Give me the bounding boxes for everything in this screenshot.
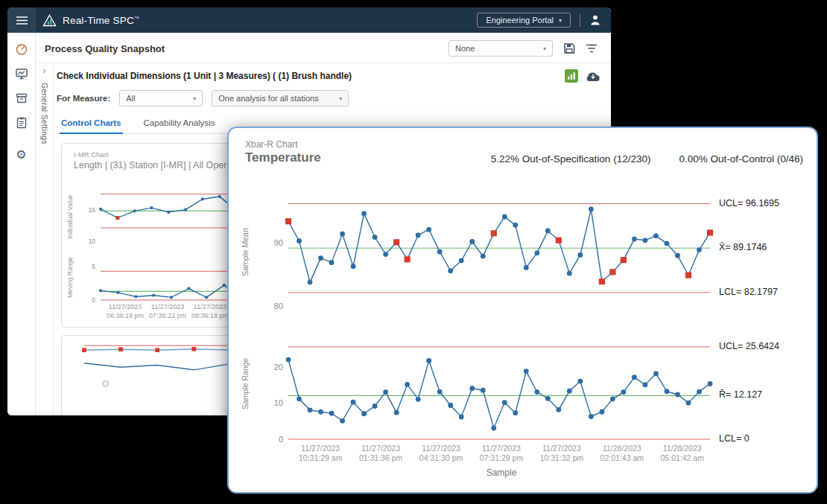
sidebar-item-reports[interactable]: [14, 115, 29, 130]
monitor-chart-icon: [15, 67, 28, 80]
sample-range-plot[interactable]: 01020: [260, 328, 714, 439]
svg-text:15: 15: [89, 206, 96, 214]
portal-dropdown[interactable]: Engineering Portal ▾: [477, 13, 571, 28]
measure-dropdown[interactable]: All ▾: [119, 90, 203, 106]
download-button[interactable]: [586, 71, 601, 82]
for-measure-label: For Measure:: [57, 94, 110, 103]
ucl-label-mean: UCL= 96.1695: [719, 198, 817, 208]
svg-text:10: 10: [89, 237, 96, 245]
x-tick: 11/27/202301:31:36 pm: [359, 444, 402, 463]
imr-chart-type-label: I-MR Chart: [74, 150, 108, 159]
report-dropdown[interactable]: None ▾: [449, 40, 553, 57]
x-tick: 11/27/202304:31:30 pm: [419, 444, 463, 463]
lcl-label-range: LCL= 0: [719, 433, 817, 444]
modal-chart-type-label: Xbar-R Chart: [245, 139, 298, 150]
sidebar-rail: ⚙: [7, 33, 36, 415]
svg-text:5: 5: [92, 263, 95, 270]
archive-box-icon: [15, 92, 28, 105]
top-bar: Real-Time SPC™ Engineering Portal ▾: [7, 7, 611, 33]
x-axis-title: Sample: [288, 468, 714, 478]
out-of-control-stat: 0.00% Out-of-Control (0/46): [679, 153, 803, 165]
caret-down-icon: ▾: [193, 95, 196, 102]
caret-down-icon: ▾: [339, 95, 342, 102]
logo-icon: [42, 14, 57, 27]
general-settings-label: General Settings: [40, 83, 49, 144]
sample-mean-plot[interactable]: 8090: [260, 192, 714, 313]
caret-down-icon: ▾: [559, 17, 562, 24]
panel-title: Check Individual Dimensions (1 Unit | 3 …: [57, 71, 352, 81]
save-button[interactable]: [563, 42, 575, 54]
filter-button[interactable]: [586, 43, 598, 54]
x-axis-ticks: 11/27/202310:31:29 am 11/27/202301:31:36…: [288, 444, 714, 463]
user-icon: [589, 14, 601, 26]
x-tick: 11/27/202307:36:22 pm: [144, 303, 191, 320]
ucl-label-range: UCL= 25.6424: [719, 341, 817, 351]
tab-control-charts[interactable]: Control Charts: [60, 115, 123, 134]
gauge-icon: [15, 42, 28, 56]
modal-title: Temperature: [245, 150, 321, 165]
x-tick: 11/28/202305:01:42 am: [661, 444, 704, 463]
svg-text:10: 10: [274, 398, 283, 407]
svg-text:20: 20: [274, 363, 283, 371]
save-icon: [563, 42, 575, 54]
imr-chart-subtitle: Length | (31) Station [I-MR] | All Opera…: [74, 160, 247, 170]
sample-range-axis-label: Sample Range: [241, 328, 250, 439]
sidebar-item-charts[interactable]: [14, 66, 29, 81]
hamburger-icon: [16, 16, 28, 25]
filter-icon: [586, 43, 598, 54]
topbar-divider: [580, 14, 580, 27]
x-tick: 11/27/202306:36:19 pm: [101, 303, 149, 320]
x-tick: 11/27/202310:31:29 am: [299, 444, 342, 463]
sidebar-item-settings[interactable]: ⚙: [14, 147, 29, 162]
moving-range-axis-label: Moving Range: [66, 255, 74, 300]
caret-down-icon: ▾: [543, 45, 546, 52]
xbar-r-modal: Xbar-R Chart Temperature 5.22% Out-of-Sp…: [227, 127, 818, 494]
x-tick: 11/27/202310:31:32 pm: [540, 444, 583, 463]
chart-pan-handle[interactable]: [102, 380, 109, 387]
app-title: Real-Time SPC™: [63, 15, 139, 26]
cloud-download-icon: [586, 71, 601, 82]
analysis-dropdown[interactable]: One analysis for all stations ▾: [212, 90, 349, 106]
chevron-right-icon[interactable]: ›: [42, 66, 45, 75]
bar-chart-icon: [567, 71, 576, 80]
sidebar-item-dashboard[interactable]: [14, 42, 29, 57]
svg-text:90: 90: [274, 238, 283, 247]
page-title: Process Quality Snapshot: [45, 43, 165, 54]
svg-text:0: 0: [92, 296, 95, 304]
individual-value-axis-label: Individual Value: [66, 182, 74, 251]
menu-button[interactable]: [7, 7, 36, 33]
app-logo: [42, 14, 57, 27]
x-tick: 11/27/202307:31:29 pm: [480, 444, 523, 463]
x-tick: 11/28/202302:01:43 am: [601, 444, 644, 463]
clipboard-icon: [15, 116, 28, 130]
gear-icon: ⚙: [16, 147, 26, 162]
trademark: ™: [134, 15, 139, 20]
user-menu-button[interactable]: [589, 14, 601, 26]
svg-text:0: 0: [279, 435, 283, 444]
sample-mean-axis-label: Sample Mean: [241, 192, 250, 313]
modal-stats: 5.22% Out-of-Specification (12/230) 0.00…: [491, 153, 803, 165]
centerline-label-mean: X̄= 89.1746: [719, 242, 817, 252]
sidebar-item-storage[interactable]: [14, 91, 29, 106]
svg-text:80: 80: [274, 302, 283, 310]
chart-export-button[interactable]: [565, 69, 578, 83]
centerline-label-range: R̄= 12.127: [719, 389, 817, 400]
lcl-label-mean: LCL= 82.1797: [719, 287, 817, 297]
out-of-spec-stat: 5.22% Out-of-Specification (12/230): [491, 153, 651, 165]
tab-capability-analysis[interactable]: Capability Analysis: [142, 115, 217, 133]
general-settings-strip: › General Settings: [36, 63, 54, 415]
